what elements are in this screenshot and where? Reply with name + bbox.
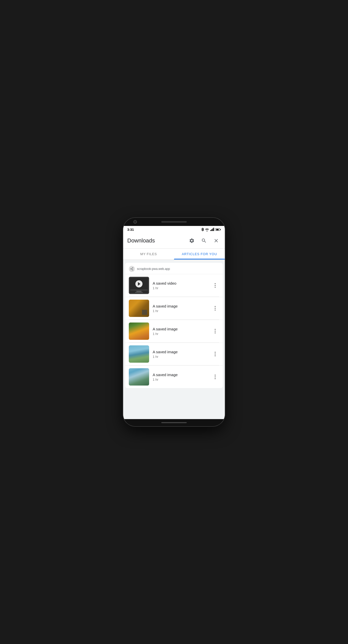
status-icons	[202, 228, 221, 231]
settings-button[interactable]	[187, 236, 196, 245]
item-more-button[interactable]	[211, 281, 219, 289]
item-meta: 1 hr	[153, 286, 208, 290]
wifi-icon	[205, 228, 209, 231]
bottom-home-indicator	[161, 422, 187, 423]
item-title: A saved image	[153, 373, 208, 377]
item-meta: 1 hr	[153, 309, 208, 313]
item-meta: 1 hr	[153, 378, 208, 381]
item-info: A saved image 1 hr	[153, 373, 208, 381]
item-thumbnail-image3	[129, 345, 149, 363]
header-actions	[187, 236, 221, 245]
item-thumbnail-image2	[129, 323, 149, 340]
phone-top-bar	[123, 218, 225, 226]
item-info: A saved image 1 hr	[153, 350, 208, 359]
item-more-button[interactable]	[211, 327, 219, 335]
item-info: A saved video 1 hr	[153, 281, 208, 290]
item-thumbnail-video	[129, 277, 149, 294]
item-info: A saved image 1 hr	[153, 304, 208, 313]
status-time: 3:31	[127, 228, 134, 232]
app-title: Downloads	[127, 237, 155, 244]
signal-icon	[210, 228, 214, 231]
item-more-button[interactable]	[211, 350, 219, 358]
more-vert-icon	[215, 306, 216, 311]
thumbnail-image-2	[129, 323, 149, 340]
list-item[interactable]: A saved image 1 hr	[125, 320, 223, 342]
item-meta: 1 hr	[153, 332, 208, 336]
tab-my-files[interactable]: MY FILES	[123, 249, 174, 259]
close-button[interactable]	[212, 236, 221, 245]
phone-device: 3:31	[123, 218, 225, 426]
content-area[interactable]: scrapbook-pwa.web.app	[123, 260, 225, 419]
source-text: scrapbook-pwa.web.app	[137, 267, 170, 271]
thumbnail-image-4	[129, 368, 149, 386]
phone-screen: 3:31	[123, 226, 225, 419]
item-thumbnail-image4	[129, 368, 149, 386]
phone-bottom-bar	[123, 419, 225, 426]
thumbnail-image-1	[129, 300, 149, 317]
more-vert-icon	[215, 375, 216, 379]
item-more-button[interactable]	[211, 304, 219, 312]
item-meta: 1 hr	[153, 355, 208, 359]
play-button-icon	[135, 280, 143, 287]
tabs: MY FILES ARTICLES FOR YOU	[123, 249, 225, 260]
item-info: A saved image 1 hr	[153, 327, 208, 336]
item-title: A saved image	[153, 350, 208, 354]
card-source: scrapbook-pwa.web.app	[125, 263, 223, 274]
item-title: A saved image	[153, 304, 208, 308]
app-header: Downloads	[123, 233, 225, 249]
video-monitor-icon	[129, 277, 149, 294]
thumbnail-image-3	[129, 345, 149, 363]
more-vert-icon	[215, 329, 216, 333]
articles-card: scrapbook-pwa.web.app	[125, 263, 223, 388]
more-vert-icon	[215, 352, 216, 356]
source-share-icon	[129, 266, 135, 272]
list-item[interactable]: A saved image 1 hr	[125, 365, 223, 388]
list-item[interactable]: A saved image 1 hr	[125, 343, 223, 365]
item-more-button[interactable]	[211, 373, 219, 381]
status-bar: 3:31	[123, 226, 225, 233]
list-item[interactable]: A saved video 1 hr	[125, 274, 223, 297]
front-camera	[133, 220, 137, 224]
item-title: A saved image	[153, 327, 208, 331]
speaker-grille	[161, 221, 187, 223]
item-thumbnail-image1	[129, 300, 149, 317]
search-button[interactable]	[199, 236, 209, 245]
list-item[interactable]: A saved image 1 hr	[125, 297, 223, 319]
vibrate-icon	[202, 228, 204, 231]
item-title: A saved video	[153, 281, 208, 285]
tab-articles-for-you[interactable]: ARTICLES FOR YOU	[174, 249, 225, 259]
more-vert-icon	[215, 283, 216, 288]
battery-icon	[215, 228, 221, 231]
